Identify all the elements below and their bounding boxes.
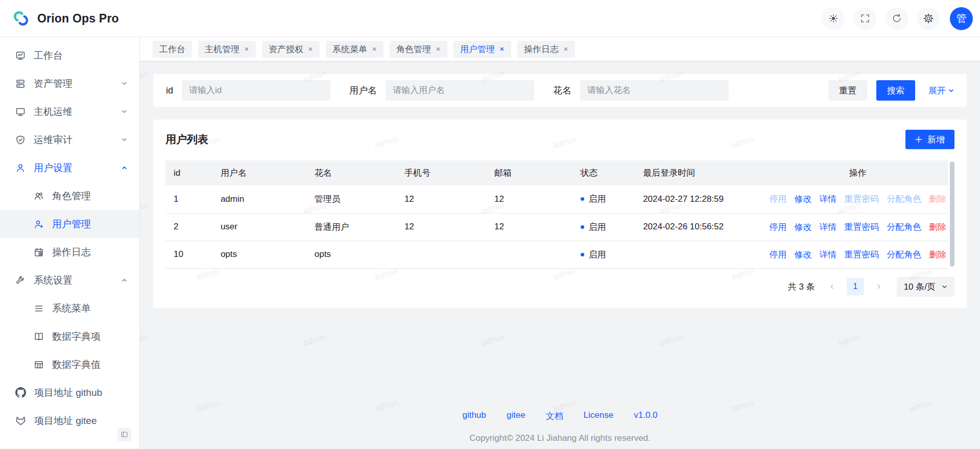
sidebar-item-github[interactable]: 项目地址 github [0,379,139,407]
sidebar-item-ops-audit[interactable]: 运维审计 [0,126,139,154]
action-delete[interactable]: 删除 [929,193,946,205]
action-detail[interactable]: 详情 [819,193,836,205]
search-actions: 重置 搜索 展开 [828,80,954,101]
action-assign-role[interactable]: 分配角色 [887,221,921,233]
sidebar-item-user-settings[interactable]: 用户设置 [0,154,139,182]
table-row: 10 opts opts 启用 [165,241,948,268]
action-delete[interactable]: 删除 [929,221,946,233]
col-status: 状态 [572,160,635,185]
close-icon[interactable] [436,46,441,52]
refresh-button[interactable] [885,7,908,30]
workbench-icon [15,51,26,61]
user-avatar[interactable]: 管 [950,7,973,30]
status-badge: 启用 [581,249,606,261]
status-badge: 启用 [581,193,606,205]
sidebar-item-system-menu[interactable]: 系统菜单 [0,294,139,322]
action-assign-role[interactable]: 分配角色 [887,193,921,205]
sidebar-item-workbench[interactable]: 工作台 [0,41,139,69]
tab-user-mgmt[interactable]: 用户管理 [453,41,511,58]
action-assign-role[interactable]: 分配角色 [887,249,921,261]
action-disable[interactable]: 停用 [769,221,786,233]
tab-op-log[interactable]: 操作日志 [517,41,575,58]
tab-role-mgmt[interactable]: 角色管理 [390,41,447,58]
settings-button[interactable] [917,7,940,30]
copyright-text: Copyright© 2024 Li Jiahang All rights re… [153,433,967,443]
action-reset-password[interactable]: 重置密码 [844,193,879,205]
next-page-button[interactable] [872,279,886,294]
log-calendar-icon [34,247,44,257]
close-icon[interactable] [308,46,313,52]
footer-link-docs[interactable]: 文档 [546,410,563,422]
chevron-down-icon [122,109,127,114]
sidebar-item-label: 系统菜单 [52,302,91,315]
refresh-icon [891,13,902,24]
close-icon[interactable] [372,46,377,52]
nickname-field-label: 花名 [553,84,571,97]
tab-host-mgmt[interactable]: 主机管理 [198,41,256,58]
action-detail[interactable]: 详情 [819,249,836,261]
close-icon[interactable] [499,46,505,52]
sidebar-item-host-ops[interactable]: 主机运维 [0,98,139,126]
action-disable[interactable]: 停用 [769,249,786,261]
status-badge: 启用 [581,221,606,233]
action-reset-password[interactable]: 重置密码 [844,249,879,261]
sidebar-item-label: 数据字典项 [52,330,101,343]
fullscreen-button[interactable] [853,7,876,30]
dict-table-icon [34,360,44,370]
row-actions: 停用 修改 详情 重置密码 分配角色 删除 [768,193,948,205]
action-disable[interactable]: 停用 [769,193,786,205]
table-row: 1 admin 管理员 12 12 启用 [165,185,948,213]
search-id-input[interactable] [182,80,330,101]
prev-page-button[interactable] [825,279,839,294]
tab-system-menu[interactable]: 系统菜单 [326,41,384,58]
sidebar-item-asset-mgmt[interactable]: 资产管理 [0,69,139,98]
search-nickname-input[interactable] [580,80,729,101]
search-username-input[interactable] [386,80,534,101]
tab-asset-auth[interactable]: 资产授权 [262,41,320,58]
tab-workbench[interactable]: 工作台 [153,41,192,58]
sidebar-item-label: 用户管理 [52,218,91,231]
sidebar-item-dict-value[interactable]: 数据字典值 [0,350,139,379]
footer-link-version[interactable]: v1.0.0 [634,410,657,422]
col-email: 邮箱 [486,160,572,185]
chevron-up-icon [122,165,127,171]
sidebar-item-role-mgmt[interactable]: 角色管理 [0,182,139,210]
theme-button[interactable] [822,7,845,30]
reset-button[interactable]: 重置 [828,80,867,101]
sidebar-item-user-mgmt[interactable]: 用户管理 [0,210,139,238]
action-reset-password[interactable]: 重置密码 [844,221,879,233]
table-row: 2 user 普通用户 12 12 启用 [165,213,948,241]
sidebar-item-op-log[interactable]: 操作日志 [0,238,139,266]
row-actions: 停用 修改 详情 重置密码 分配角色 删除 [768,249,948,261]
action-edit[interactable]: 修改 [794,193,811,205]
footer-link-github[interactable]: github [462,410,486,422]
footer-link-gitee[interactable]: gitee [507,410,525,422]
sidebar-collapse-button[interactable] [117,428,131,441]
search-button[interactable]: 搜索 [876,80,915,101]
close-icon[interactable] [563,46,568,52]
sidebar-item-system-settings[interactable]: 系统设置 [0,266,139,294]
close-icon[interactable] [244,46,249,52]
status-dot-icon [581,253,584,256]
tab-bar: 工作台 主机管理 资产授权 系统菜单 角色管理 [140,37,980,61]
search-form: id 用户名 花名 重置 搜索 展开 [153,74,967,107]
field-username: 用户名 [349,80,534,101]
table-scrollbar[interactable] [950,161,954,267]
page-size-select[interactable]: 10 条/页 [897,277,954,297]
sidebar-item-label: 主机运维 [34,105,73,119]
action-delete[interactable]: 删除 [929,249,946,261]
page-1-button[interactable]: 1 [847,278,864,295]
action-detail[interactable]: 详情 [819,221,836,233]
field-id: id [166,80,330,101]
sidebar-item-label: 项目地址 gitee [34,414,97,428]
expand-toggle[interactable]: 展开 [928,85,954,97]
add-user-button[interactable]: 新增 [905,130,954,149]
sidebar-item-label: 操作日志 [52,246,91,259]
action-edit[interactable]: 修改 [794,221,811,233]
table-header-row: id 用户名 花名 手机号 邮箱 状态 最后登录时间 操作 [165,160,948,185]
sidebar-item-dict-item[interactable]: 数据字典项 [0,322,139,350]
footer-link-license[interactable]: License [584,410,614,422]
action-edit[interactable]: 修改 [794,249,811,261]
chevron-up-icon [122,277,127,283]
pagination: 共 3 条 1 10 条/页 [165,277,954,297]
